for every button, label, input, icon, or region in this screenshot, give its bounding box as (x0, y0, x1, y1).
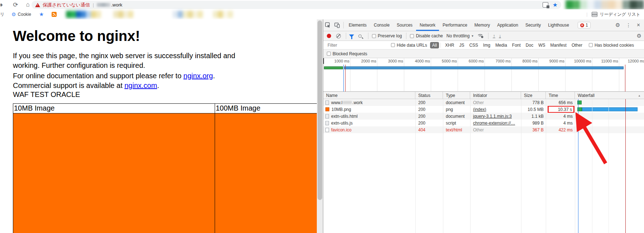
nginx-com-link[interactable]: nginx.com (124, 81, 157, 89)
bookmark-star-icon[interactable]: ★ (553, 1, 558, 8)
filter-input[interactable] (327, 42, 386, 48)
web-page: Welcome to nginx! If you see this page, … (0, 19, 317, 233)
filter-chip-css[interactable]: CSS (467, 42, 480, 48)
request-name-cell[interactable]: extn-utils.html (323, 113, 415, 120)
filter-chip-other[interactable]: Other (569, 42, 585, 48)
throttling-select[interactable]: No throttling (447, 33, 470, 38)
request-name-cell[interactable]: extn-utils.js (323, 120, 415, 126)
initiator-link[interactable]: chrome-extension://… (473, 121, 515, 126)
hide-data-urls-checkbox[interactable] (391, 43, 395, 47)
network-row-extn-utils-html[interactable]: extn-utils.html200documentjquery-3.1.1.m… (323, 113, 644, 120)
preserve-log-checkbox[interactable] (372, 34, 376, 38)
filter-chip-all[interactable]: All (430, 42, 439, 48)
filter-chip-xhr[interactable]: XHR (443, 42, 456, 48)
column-header-initiator[interactable]: Initiator (470, 92, 521, 99)
separator (343, 22, 344, 28)
hide-data-urls-label[interactable]: Hide data URLs (397, 43, 427, 48)
disable-cache-checkbox[interactable] (410, 34, 414, 38)
device-toolbar-icon[interactable] (333, 21, 342, 29)
reload-icon[interactable]: ⟳ (13, 1, 18, 9)
bookmark-cut-label[interactable]: リ (0, 11, 4, 18)
network-conditions-icon[interactable] (477, 33, 484, 38)
tab-lighthouse[interactable]: Lighthouse (544, 19, 573, 31)
error-badge[interactable]: ✕ 1 (578, 22, 591, 28)
forward-icon[interactable]: ➜ (0, 1, 3, 9)
devtools-settings-gear-icon[interactable]: ⚙ (613, 21, 622, 29)
document-file-icon (325, 101, 329, 105)
filter-funnel-icon[interactable] (349, 34, 354, 37)
bookmark-star-blue-icon[interactable]: ★ (39, 11, 44, 18)
search-icon[interactable] (358, 34, 362, 38)
column-header-name[interactable]: Name (323, 92, 415, 99)
column-header-type[interactable]: Type (443, 92, 470, 99)
sort-asc-icon[interactable]: ▲ (638, 94, 641, 97)
tab-console[interactable]: Console (370, 19, 393, 31)
home-icon[interactable]: ⌂ (26, 1, 30, 8)
has-blocked-cookies-checkbox[interactable] (589, 43, 593, 47)
filter-chip-font[interactable]: Font (510, 42, 523, 48)
chevron-down-icon[interactable]: ▼ (471, 34, 474, 38)
nginx-org-link[interactable]: nginx.org (183, 72, 213, 80)
has-blocked-cookies-label[interactable]: Has blocked cookies (595, 43, 634, 48)
network-row-extn-utils-js[interactable]: extn-utils.js200scriptchrome-extension:/… (323, 120, 644, 126)
tab-application[interactable]: Application (493, 19, 522, 31)
tab-elements[interactable]: Elements (345, 19, 370, 31)
request-name-cell[interactable]: www.l.work (323, 99, 415, 106)
initiator-link[interactable]: jquery-3.1.1.min.js:3 (473, 114, 512, 119)
address-bar[interactable]: 保護されていない通信 | .work ★ (32, 1, 561, 9)
network-overview[interactable] (323, 65, 644, 92)
filter-chip-ws[interactable]: WS (536, 42, 547, 48)
column-header-size[interactable]: Size (521, 92, 546, 99)
devtools-tab-bar: ElementsConsoleSourcesNetworkPerformance… (323, 19, 644, 31)
disable-cache-label[interactable]: Disable cache (416, 33, 443, 38)
column-header-status[interactable]: Status (415, 92, 443, 99)
tab-security[interactable]: Security (522, 19, 544, 31)
blocked-requests-label[interactable]: Blocked Requests (333, 51, 367, 56)
blocked-requests-checkbox[interactable] (327, 52, 331, 56)
network-row-favicon-ico[interactable]: favicon.ico404text/htmlOther367 B422 ms (323, 126, 644, 133)
preserve-log-label[interactable]: Preserve log (378, 33, 402, 38)
tab-network[interactable]: Network (416, 19, 439, 31)
column-header-waterfall[interactable]: Waterfall▲ (575, 92, 644, 99)
devtools-close-icon[interactable]: × (635, 22, 642, 28)
column-header-time[interactable]: Time (546, 92, 575, 99)
status-cell: 200 (415, 99, 443, 106)
translate-icon[interactable] (543, 2, 548, 8)
initiator-link[interactable]: (index) (473, 107, 486, 112)
image-10mb (13, 113, 215, 233)
filter-chip-js[interactable]: JS (457, 42, 466, 48)
initiator-cell[interactable]: chrome-extension://… (470, 120, 521, 126)
initiator-cell[interactable]: (index) (470, 106, 521, 113)
filter-chip-media[interactable]: Media (493, 42, 509, 48)
import-har-icon[interactable]: ↑ (493, 34, 495, 38)
page-scrollbar-thumb[interactable] (318, 20, 322, 200)
network-settings-gear-icon[interactable]: ⚙ (637, 33, 641, 39)
record-button[interactable] (327, 34, 331, 38)
clear-icon[interactable] (336, 34, 341, 38)
ruler-tick-label: 4000 ms (405, 59, 430, 64)
security-warning-text[interactable]: 保護されていない通信 (43, 2, 90, 8)
network-row-10mb-png[interactable]: 10MB.png200png(index)10.5 MB10.37 s (323, 106, 644, 113)
reading-list-label[interactable]: リーディング リスト (600, 11, 640, 18)
request-name-cell[interactable]: favicon.ico (323, 126, 415, 133)
tab-sources[interactable]: Sources (393, 19, 416, 31)
filter-chip-img[interactable]: Img (481, 42, 492, 48)
network-row-www-l[interactable]: www.l.work200documentOther778 B656 ms (323, 99, 644, 106)
cookie-gear-icon[interactable]: ⚙ (11, 11, 16, 17)
tab-memory[interactable]: Memory (471, 19, 493, 31)
initiator-cell[interactable]: jquery-3.1.1.min.js:3 (470, 113, 521, 120)
bookmark-cookie-label[interactable]: Cookie (18, 12, 31, 17)
inspect-element-icon[interactable] (323, 21, 333, 29)
rss-icon[interactable] (52, 12, 57, 17)
filter-chip-doc[interactable]: Doc (524, 42, 535, 48)
page-scrollbar[interactable] (317, 19, 323, 233)
request-name-cell[interactable]: 10MB.png (323, 106, 415, 113)
waterfall-gridline (609, 99, 609, 233)
reading-list-icon[interactable] (592, 12, 597, 17)
devtools-menu-icon[interactable]: ⋮ (624, 21, 633, 29)
export-har-icon[interactable]: ↓ (499, 34, 501, 38)
tab-performance[interactable]: Performance (439, 19, 471, 31)
bookmark-redacted-3 (173, 11, 203, 18)
filter-chip-manifest[interactable]: Manifest (548, 42, 569, 48)
security-warning-icon[interactable] (35, 3, 40, 7)
